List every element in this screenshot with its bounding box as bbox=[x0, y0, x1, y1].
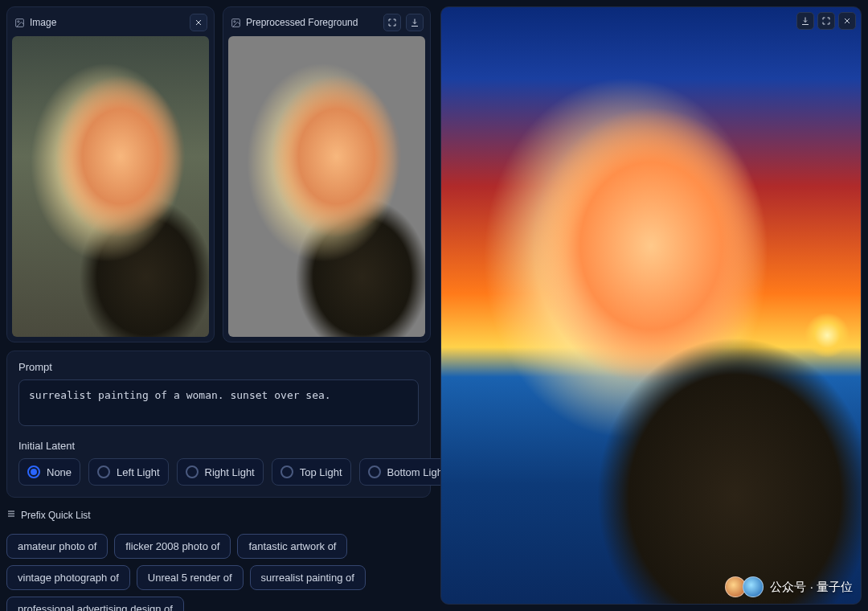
latent-option-top-light[interactable]: Top Light bbox=[272, 458, 351, 486]
svg-point-1 bbox=[17, 20, 18, 22]
list-icon bbox=[6, 509, 16, 521]
image-icon bbox=[230, 17, 241, 28]
left-column: Image Preprocessed Foreground bbox=[6, 6, 431, 605]
radio-icon bbox=[368, 465, 381, 478]
right-column: 公众号 · 量子位 bbox=[440, 6, 862, 605]
input-images-row: Image Preprocessed Foreground bbox=[6, 6, 431, 342]
prefix-chip[interactable]: Unreal 5 render of bbox=[137, 565, 244, 590]
source-image-preview[interactable] bbox=[12, 36, 209, 337]
latent-option-label: Left Light bbox=[117, 466, 160, 478]
output-toolbar bbox=[796, 12, 856, 30]
image-icon bbox=[14, 17, 25, 28]
latent-option-label: None bbox=[47, 466, 72, 478]
prefix-quicklist-header: Prefix Quick List bbox=[6, 509, 431, 521]
latent-option-label: Bottom Light bbox=[387, 466, 446, 478]
foreground-header: Preprocessed Foreground bbox=[228, 12, 425, 36]
svg-point-3 bbox=[233, 20, 235, 22]
foreground-panel: Preprocessed Foreground bbox=[223, 6, 431, 342]
prefix-chip[interactable]: professional advertising design of bbox=[6, 597, 184, 611]
latent-option-left-light[interactable]: Left Light bbox=[88, 458, 169, 486]
radio-icon bbox=[27, 465, 40, 478]
latent-option-label: Top Light bbox=[300, 466, 342, 478]
prefix-chip[interactable]: amateur photo of bbox=[6, 534, 108, 559]
source-image-title: Image bbox=[30, 17, 56, 28]
close-output-button[interactable] bbox=[838, 12, 856, 30]
initial-latent-label: Initial Latent bbox=[18, 440, 419, 452]
latent-option-right-light[interactable]: Right Light bbox=[177, 458, 264, 486]
radio-icon bbox=[280, 465, 293, 478]
foreground-image-preview[interactable] bbox=[228, 36, 425, 337]
radio-icon bbox=[97, 465, 110, 478]
watermark-text: 公众号 · 量子位 bbox=[770, 580, 853, 595]
latent-option-label: Right Light bbox=[205, 466, 255, 478]
prefix-chip[interactable]: flicker 2008 photo of bbox=[114, 534, 231, 559]
watermark-strip: 公众号 · 量子位 bbox=[725, 576, 853, 597]
prefix-chip[interactable]: fantastic artwork of bbox=[237, 534, 347, 559]
download-output-button[interactable] bbox=[796, 12, 814, 30]
output-image-panel[interactable]: 公众号 · 量子位 bbox=[440, 6, 862, 605]
app-root: Image Preprocessed Foreground bbox=[0, 0, 868, 611]
prefix-quicklist-chips: amateur photo offlicker 2008 photo offan… bbox=[6, 534, 431, 611]
prefix-quicklist-label: Prefix Quick List bbox=[21, 510, 91, 521]
fullscreen-output-button[interactable] bbox=[817, 12, 835, 30]
prompt-panel: Prompt Initial Latent NoneLeft LightRigh… bbox=[6, 351, 431, 498]
source-image-panel: Image bbox=[6, 6, 215, 342]
fullscreen-foreground-button[interactable] bbox=[383, 14, 401, 31]
clear-source-button[interactable] bbox=[190, 14, 207, 31]
download-foreground-button[interactable] bbox=[406, 14, 424, 31]
prefix-chip[interactable]: vintage photograph of bbox=[6, 565, 130, 590]
radio-icon bbox=[186, 465, 199, 478]
prefix-chip[interactable]: surrealist painting of bbox=[250, 565, 366, 590]
initial-latent-options: NoneLeft LightRight LightTop LightBottom… bbox=[18, 458, 419, 486]
prompt-label: Prompt bbox=[18, 361, 419, 373]
watermark-avatar-icon bbox=[743, 576, 764, 597]
initial-latent-section: Initial Latent NoneLeft LightRight Light… bbox=[18, 440, 419, 486]
source-image-header: Image bbox=[12, 12, 209, 36]
foreground-title: Preprocessed Foreground bbox=[246, 17, 358, 28]
latent-option-none[interactable]: None bbox=[18, 458, 80, 486]
prompt-input[interactable] bbox=[18, 379, 419, 426]
